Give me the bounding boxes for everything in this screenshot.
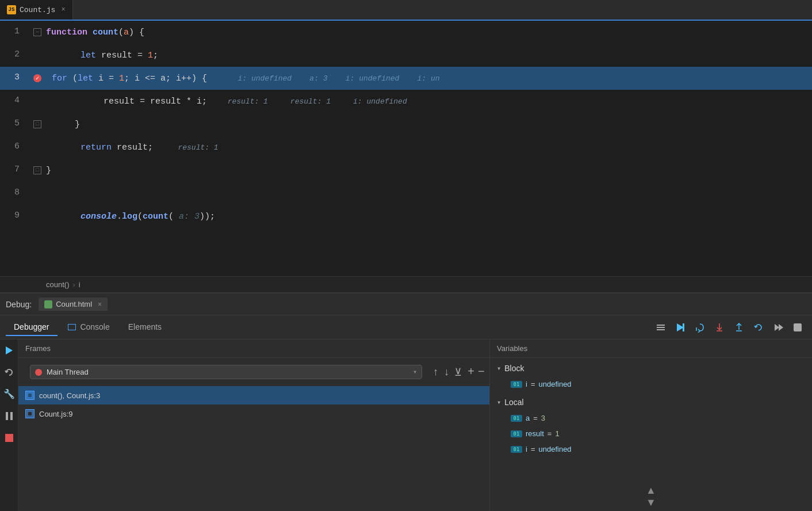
svg-rect-12 (794, 323, 802, 331)
btn-minus-frame[interactable]: − (478, 365, 485, 379)
var-section-header-block[interactable]: ▾ Block (490, 360, 812, 376)
tab-close-btn[interactable]: × (61, 6, 65, 14)
variables-scroll-btns: ▲ ▼ (490, 482, 812, 511)
thread-selector[interactable]: Main Thread ▾ (30, 365, 422, 379)
line-code-7: } (46, 159, 812, 182)
bottom-panel: Debug: Count.html × Debugger Console Ele… (0, 292, 812, 511)
line-gutter-1[interactable]: — (29, 21, 46, 44)
chevron-local: ▾ (497, 398, 501, 407)
editor-area: 1 — function count ( a ) { 2 let result … (0, 21, 812, 276)
call-link-count[interactable]: count() (46, 280, 69, 289)
var-item-a: 01 a = 3 (490, 410, 812, 426)
sidebar-icon-pause[interactable] (3, 410, 16, 422)
thread-dot (35, 369, 42, 376)
line-number-9: 9 (0, 205, 29, 228)
type-badge-i-block: 01 (511, 381, 522, 388)
tab-console[interactable]: Console (60, 319, 118, 336)
console-icon (68, 324, 76, 330)
var-item-i-block: 01 i = undefined (490, 376, 812, 392)
line-gutter-7[interactable]: □ (29, 159, 46, 182)
btn-thread-filter[interactable]: ⊻ (454, 366, 462, 379)
code-console: console (81, 212, 117, 222)
var-item-i-local: 01 i = undefined (490, 441, 812, 457)
call-stack-bar: count() › i (0, 276, 812, 292)
kw-let-2: let (81, 51, 101, 60)
var-section-header-local[interactable]: ▾ Local (490, 394, 812, 410)
punct-close-brace-7: } (46, 166, 51, 176)
line-gutter-4 (29, 90, 46, 113)
tab-debugger[interactable]: Debugger (6, 319, 58, 336)
svg-rect-1 (657, 327, 665, 328)
btn-breakpoints-list[interactable] (652, 320, 669, 335)
btn-scroll-down-vars[interactable]: ▼ (646, 497, 656, 509)
var-section-block: ▾ Block 01 i = undefined (490, 360, 812, 392)
code-line-8: 8 (0, 182, 812, 205)
btn-step-over[interactable] (691, 320, 708, 335)
btn-thread-down[interactable]: ↓ (443, 367, 450, 378)
frame-item-1[interactable]: Count.js:9 (18, 405, 489, 423)
svg-marker-13 (6, 346, 13, 354)
sidebar-icon-reload[interactable] (3, 366, 16, 379)
btn-skip[interactable] (769, 320, 787, 335)
var-equals-a: = (533, 414, 538, 422)
tab-elements[interactable]: Elements (120, 319, 170, 336)
variables-panel: Variables ▾ Block 01 i = undefined (490, 340, 812, 511)
code-line-6: 6 return result; result: 1 (0, 136, 812, 159)
btn-thread-up[interactable]: ↑ (432, 367, 439, 378)
code-result-assign: result = result * i; (104, 97, 207, 106)
line-code-9: console . log ( count ( a: 3 )); (46, 205, 812, 228)
sidebar-icon-resume[interactable] (3, 344, 16, 357)
param-a: a (124, 28, 129, 37)
line-gutter-5[interactable]: □ (29, 113, 46, 136)
svg-marker-10 (775, 324, 779, 331)
variables-content: ▾ Block 01 i = undefined ▾ Local (490, 358, 812, 482)
line-gutter-3[interactable]: ✓ (29, 67, 46, 90)
line-gutter-2 (29, 44, 46, 67)
debug-file-close[interactable]: × (98, 300, 102, 308)
btn-scroll-up-vars[interactable]: ▲ (646, 485, 656, 497)
debug-file-tab[interactable]: Count.html × (39, 298, 108, 311)
debug-toolbar: Debug: Count.html × (0, 293, 812, 315)
breakpoint-3[interactable]: ✓ (33, 74, 41, 82)
sidebar-icon-stop[interactable] (3, 432, 16, 444)
thread-dropdown-arrow: ▾ (413, 368, 417, 376)
code-log: log (122, 212, 137, 222)
variables-header: Variables (490, 340, 812, 358)
chevron-block: ▾ (497, 364, 501, 373)
code-content: 1 — function count ( a ) { 2 let result … (0, 21, 812, 276)
kw-return: return (81, 143, 112, 152)
tab-bar: JS Count.js × (0, 0, 812, 21)
punct-open-paren: ( (118, 28, 124, 37)
kw-for: for (52, 74, 72, 83)
fold-icon-7[interactable]: □ (33, 166, 41, 174)
punct-close-brace-5: } (75, 120, 80, 129)
svg-rect-20 (28, 411, 32, 416)
btn-step-out[interactable] (730, 320, 748, 335)
line-number-8: 8 (0, 182, 29, 205)
punct-semi-2: ; (153, 51, 158, 60)
call-link-i[interactable]: i (79, 280, 81, 289)
var-name-result: result (526, 429, 544, 438)
svg-rect-15 (10, 412, 13, 420)
var-item-result: 01 result = 1 (490, 426, 812, 441)
code-line-2: 2 let result = 1 ; (0, 44, 812, 67)
frame-item-0[interactable]: count(), Count.js:3 (18, 386, 489, 405)
fold-icon-5[interactable]: □ (33, 120, 41, 128)
sidebar-icon-wrench[interactable]: 🔧 (3, 388, 16, 401)
panel-tabs: Debugger Console Elements (0, 315, 812, 340)
debug-controls (652, 320, 806, 335)
frames-title: Frames (25, 344, 51, 353)
tab-count-js[interactable]: JS Count.js × (0, 0, 73, 20)
btn-step-into[interactable] (711, 320, 728, 335)
btn-add-frame[interactable]: + (468, 365, 474, 379)
fold-icon-1[interactable]: — (33, 28, 41, 36)
type-badge-result: 01 (511, 430, 522, 437)
kw-function: function (46, 28, 93, 37)
svg-rect-14 (6, 412, 8, 420)
line-gutter-6 (29, 136, 46, 159)
var-name-a: a (526, 414, 530, 422)
btn-reload[interactable] (750, 320, 767, 335)
btn-resume[interactable] (672, 320, 689, 335)
line-code-4: result = result * i; result: 1 result: 1… (46, 90, 812, 113)
btn-breakpoints-toggle[interactable] (789, 320, 806, 335)
